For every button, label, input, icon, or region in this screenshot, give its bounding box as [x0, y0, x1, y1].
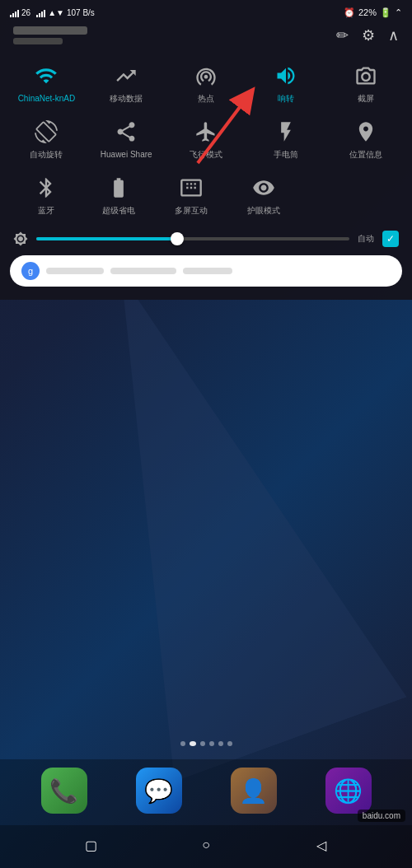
hotspot-label: 热点	[198, 94, 214, 104]
status-right: ⏰ 22% 🔋 ⌃	[344, 7, 402, 18]
dock-app-contacts[interactable]: 👤	[231, 768, 277, 814]
nav-back-button[interactable]: ◁	[308, 832, 335, 858]
search-pills	[46, 268, 391, 274]
qs-row-1: ChinaNet-knAD 移动数据 热点	[7, 54, 405, 107]
page-dot-1	[180, 741, 185, 746]
airplane-icon	[191, 117, 221, 147]
page-dot-5	[218, 741, 223, 746]
speed-text: 107 B/s	[67, 8, 95, 17]
battery-icon: 🔋	[380, 7, 391, 18]
search-pill-1	[46, 268, 104, 274]
search-icon: g	[21, 262, 40, 280]
huawei-share-icon	[111, 117, 141, 147]
qs-row-2: 自动旋转 Huawei Share 飞行模式	[7, 110, 405, 163]
bluetooth-label: 蓝牙	[38, 206, 54, 216]
battery-text: 22%	[358, 7, 377, 17]
brightness-row: 自动 ✓	[0, 226, 412, 254]
flashlight-icon	[271, 117, 301, 147]
multiscreen-icon	[176, 173, 206, 203]
brightness-auto-label: 自动	[358, 233, 374, 245]
status-left: 26 ▲▼ 107 B/s	[10, 7, 95, 17]
header-icons: ✏ ⚙ ∧	[336, 26, 399, 44]
profile-sub-bar	[13, 38, 63, 44]
brightness-slider[interactable]	[36, 237, 349, 240]
sound-icon	[271, 61, 301, 91]
page-dot-3	[200, 741, 205, 746]
wifi-icon	[31, 61, 61, 91]
multiscreen-label: 多屏互动	[175, 206, 208, 216]
quick-settings: ChinaNet-knAD 移动数据 热点	[0, 51, 412, 226]
search-pill-3	[183, 268, 232, 274]
bluetooth-icon	[31, 173, 61, 203]
qs-flashlight[interactable]: 手电筒	[250, 110, 322, 163]
qs-huawei-share[interactable]: Huawei Share	[90, 110, 162, 163]
qs-data[interactable]: 移动数据	[90, 54, 162, 107]
signal-bars-1	[10, 7, 19, 17]
nav-home-button[interactable]: ○	[193, 832, 219, 858]
page-dot-4	[209, 741, 214, 746]
qs-airplane[interactable]: 飞行模式	[170, 110, 242, 163]
profile-row: ✏ ⚙ ∧	[0, 23, 412, 51]
data-label: 移动数据	[110, 94, 143, 104]
profile-info	[13, 26, 87, 44]
qs-row-3: 蓝牙 超级省电 多屏互动	[7, 166, 405, 219]
qs-powersave[interactable]: 超级省电	[82, 166, 155, 219]
page-dot-6	[227, 741, 232, 746]
powersave-label: 超级省电	[102, 206, 135, 216]
location-icon	[351, 117, 381, 147]
brightness-thumb	[171, 232, 184, 245]
signal-text-1: 26	[21, 8, 30, 17]
dock-app-phone[interactable]: 📞	[41, 768, 87, 814]
collapse-caret: ⌃	[395, 7, 402, 18]
eyecare-icon	[249, 173, 279, 203]
home-area: 📞 💬 👤 🌐 ▢ ○ ◁	[0, 379, 412, 868]
hotspot-icon	[191, 61, 221, 91]
alarm-icon: ⏰	[344, 7, 355, 18]
sound-label: 响转	[278, 94, 294, 104]
flashlight-label: 手电筒	[274, 150, 298, 160]
search-bar[interactable]: g	[10, 255, 402, 287]
qs-multiscreen[interactable]: 多屏互动	[155, 166, 227, 219]
rotate-label: 自动旋转	[30, 150, 63, 160]
dock: 📞 💬 👤 🌐	[0, 759, 412, 825]
wifi-label: ChinaNet-knAD	[18, 94, 75, 104]
rotate-icon	[31, 117, 61, 147]
profile-name-bar	[13, 26, 87, 35]
collapse-icon[interactable]: ∧	[388, 26, 399, 44]
search-pill-2	[110, 268, 176, 274]
notification-panel: 26 ▲▼ 107 B/s ⏰ 22% 🔋 ⌃ ✏ ⚙ ∧	[0, 0, 412, 300]
screenshot-label: 截屏	[358, 94, 374, 104]
location-label: 位置信息	[349, 150, 382, 160]
brightness-auto-check[interactable]: ✓	[382, 231, 399, 247]
qs-sound[interactable]: 响转	[250, 54, 322, 107]
page-dot-2	[190, 741, 196, 746]
qs-bluetooth[interactable]: 蓝牙	[10, 166, 82, 219]
brightness-low-icon	[13, 231, 28, 246]
nav-recents-button[interactable]: ▢	[77, 832, 104, 858]
dock-app-browser[interactable]: 🌐	[325, 768, 372, 814]
status-bar: 26 ▲▼ 107 B/s ⏰ 22% 🔋 ⌃	[0, 0, 412, 23]
dock-app-messages[interactable]: 💬	[136, 768, 182, 814]
huawei-share-label: Huawei Share	[101, 150, 152, 160]
wifi-text: ▲▼	[48, 8, 64, 17]
page-dots	[0, 741, 412, 746]
screenshot-icon	[351, 61, 381, 91]
qs-location[interactable]: 位置信息	[330, 110, 402, 163]
signal-bars-2	[36, 7, 45, 17]
data-icon	[111, 61, 141, 91]
eyecare-label: 护眼模式	[247, 206, 280, 216]
edit-icon[interactable]: ✏	[336, 26, 349, 44]
settings-icon[interactable]: ⚙	[362, 26, 375, 44]
powersave-icon	[104, 173, 133, 203]
qs-hotspot[interactable]: 热点	[170, 54, 242, 107]
qs-rotate[interactable]: 自动旋转	[10, 110, 82, 163]
qs-wifi[interactable]: ChinaNet-knAD	[10, 54, 82, 107]
airplane-label: 飞行模式	[190, 150, 222, 160]
watermark-text: baidu.com	[363, 811, 400, 820]
qs-eyecare[interactable]: 护眼模式	[227, 166, 300, 219]
nav-bar: ▢ ○ ◁	[0, 825, 412, 868]
watermark: baidu.com	[358, 810, 405, 822]
qs-screenshot[interactable]: 截屏	[330, 54, 402, 107]
brightness-fill	[36, 237, 177, 240]
check-icon: ✓	[386, 233, 395, 245]
